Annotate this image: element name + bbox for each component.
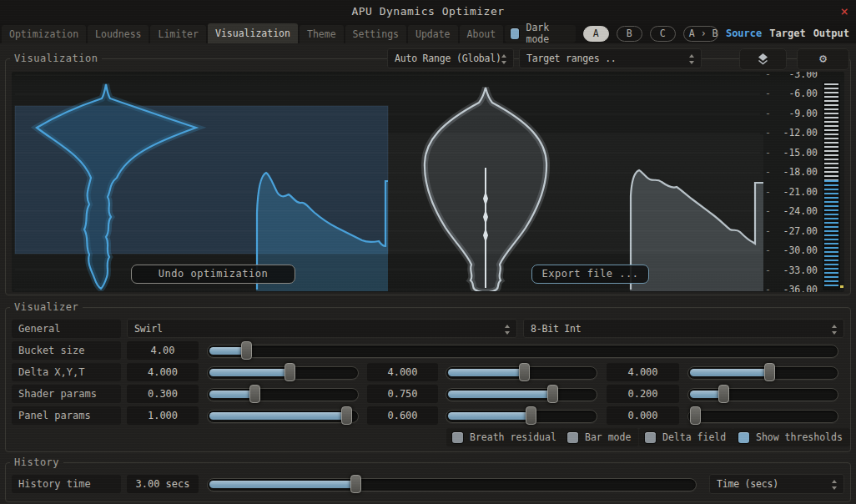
shader-params-label: Shader params: [12, 385, 121, 403]
panel-param2-value[interactable]: 0.600: [367, 406, 438, 425]
select-arrows-icon: [832, 480, 838, 490]
target-violin-shape: [425, 88, 546, 291]
delta-y-slider[interactable]: [446, 363, 597, 381]
shader-param3-slider[interactable]: [687, 385, 838, 403]
axis-tick: --9.00: [765, 108, 818, 119]
slider-handle[interactable]: [718, 385, 729, 403]
tab-limiter[interactable]: Limiter: [150, 25, 205, 43]
slider-handle[interactable]: [241, 341, 252, 360]
title-bar: APU Dynamics Optimizer ×: [0, 0, 856, 23]
general-label: General: [12, 320, 121, 338]
preset-c-button[interactable]: C: [650, 26, 676, 42]
dark-mode-checkbox[interactable]: Dark mode: [505, 25, 576, 43]
slider-handle[interactable]: [249, 385, 260, 403]
delta-t-value[interactable]: 4.000: [607, 363, 679, 381]
tab-theme[interactable]: Theme: [300, 25, 344, 43]
graph-plot: [12, 73, 763, 291]
slider-handle[interactable]: [519, 363, 530, 381]
axis-tick: --12.00: [765, 127, 818, 139]
bar-mode-checkbox[interactable]: Bar mode: [561, 428, 638, 446]
tab-visualization[interactable]: Visualization: [208, 23, 298, 43]
delta-y-value[interactable]: 4.000: [367, 363, 438, 381]
gear-icon: ⚙: [819, 51, 827, 66]
checkbox-icon: [452, 432, 463, 443]
tab-optimization[interactable]: Optimization: [2, 25, 86, 43]
shader-param3-value[interactable]: 0.200: [607, 385, 679, 403]
slider-handle[interactable]: [341, 406, 352, 425]
tab-bar: Optimization Loudness Limiter Visualizat…: [0, 23, 856, 43]
preset-b-button[interactable]: B: [617, 26, 642, 42]
delta-x-value[interactable]: 4.000: [127, 363, 199, 381]
panel-param1-value[interactable]: 1.000: [127, 406, 199, 425]
monitor-target-button[interactable]: Target: [769, 28, 805, 39]
shape-select[interactable]: Swirl: [127, 319, 517, 338]
format-select[interactable]: 8-Bit Int: [523, 319, 844, 338]
slider-handle[interactable]: [764, 363, 775, 381]
axis-tick: --15.00: [765, 147, 818, 159]
delta-x-slider[interactable]: [207, 363, 359, 381]
auto-range-select[interactable]: Auto Range (Global): [387, 48, 514, 68]
panel-params-label: Panel params: [12, 406, 121, 425]
panel-param1-slider[interactable]: [207, 406, 359, 425]
axis-tick: --36.00: [765, 284, 818, 292]
delta-xyt-label: Delta X,Y,T: [12, 363, 121, 381]
slider-handle[interactable]: [690, 406, 701, 425]
shader-param2-slider[interactable]: [446, 385, 597, 403]
plugin-window: APU Dynamics Optimizer × Optimization Lo…: [0, 0, 856, 504]
breath-residual-checkbox[interactable]: Breath residual: [446, 428, 564, 446]
window-title: APU Dynamics Optimizer: [0, 0, 856, 23]
settings-button[interactable]: ⚙: [797, 48, 849, 70]
bucket-size-value[interactable]: 4.00: [127, 341, 199, 360]
undo-optimization-button[interactable]: Undo optimization: [131, 265, 295, 284]
layers-icon: [757, 53, 769, 65]
history-time-label: History time: [12, 475, 121, 493]
close-icon[interactable]: ×: [840, 0, 848, 23]
select-arrows-icon: [689, 54, 695, 64]
checkbox-icon: [567, 432, 578, 443]
history-section-label: History: [10, 456, 63, 468]
delta-field-checkbox[interactable]: Delta field: [639, 428, 733, 446]
shader-param1-slider[interactable]: [207, 385, 359, 403]
checkbox-icon: [738, 432, 749, 443]
history-time-value[interactable]: 3.00 secs: [127, 475, 199, 493]
slider-handle[interactable]: [547, 385, 558, 403]
bucket-size-label: Bucket size: [12, 341, 121, 360]
history-time-slider[interactable]: [207, 475, 697, 493]
tab-settings[interactable]: Settings: [345, 25, 406, 43]
slider-handle[interactable]: [284, 363, 295, 381]
checkbox-icon: [645, 432, 656, 443]
bucket-size-slider[interactable]: [207, 341, 838, 360]
target-ranges-select[interactable]: Target ranges ..: [519, 48, 702, 68]
select-arrows-icon: [832, 325, 838, 335]
shader-param1-value[interactable]: 0.300: [127, 385, 199, 403]
tab-loudness[interactable]: Loudness: [88, 25, 149, 43]
axis-tick: --27.00: [765, 225, 818, 237]
tab-update[interactable]: Update: [408, 25, 458, 43]
export-file-button[interactable]: Export file ...: [531, 265, 649, 284]
slider-handle[interactable]: [350, 475, 361, 493]
visualization-section-label: Visualization: [10, 53, 102, 64]
delta-t-slider[interactable]: [687, 363, 838, 381]
tab-about[interactable]: About: [460, 25, 504, 43]
axis-tick: --30.00: [765, 244, 818, 256]
axis-tick: --33.00: [765, 265, 818, 276]
monitor-source-button[interactable]: Source: [726, 28, 762, 39]
axis-tick: --21.00: [765, 186, 818, 198]
preset-a-button[interactable]: A: [583, 26, 609, 42]
panel-param2-slider[interactable]: [446, 406, 597, 425]
layers-button[interactable]: [739, 48, 787, 70]
axis-tick: --18.00: [765, 166, 818, 178]
panel-param3-value[interactable]: 0.000: [607, 406, 679, 425]
shader-param2-value[interactable]: 0.750: [367, 385, 438, 403]
visualizer-section-label: Visualizer: [10, 301, 83, 313]
copy-a-to-b-button[interactable]: A › B: [683, 26, 718, 42]
select-arrows-icon: [505, 325, 511, 335]
level-meter: [823, 82, 840, 290]
history-unit-select[interactable]: Time (secs): [709, 474, 844, 494]
axis-tick: --3.00: [765, 72, 818, 80]
monitor-output-button[interactable]: Output: [813, 28, 849, 39]
axis-tick: --24.00: [765, 205, 818, 217]
panel-param3-slider[interactable]: [687, 406, 838, 425]
slider-handle[interactable]: [526, 406, 536, 425]
show-thresholds-checkbox[interactable]: Show thresholds: [733, 428, 850, 446]
